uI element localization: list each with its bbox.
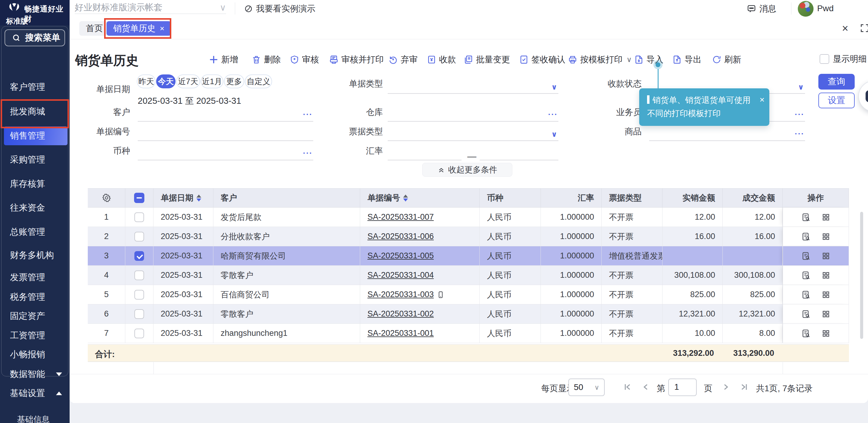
collapse-more-filters-button[interactable]: 收起更多条件 (422, 163, 513, 177)
sidebar-item-6[interactable]: 往来资金 (4, 198, 67, 217)
doc-search-icon[interactable] (801, 329, 811, 338)
filter-field-doc-no[interactable] (138, 127, 313, 141)
order-number-link[interactable]: SA-20250331-007 (367, 213, 434, 222)
toolbar-button-9[interactable]: 按模板打印∨ (568, 54, 632, 65)
doc-search-icon[interactable] (801, 213, 811, 222)
row-checkbox[interactable] (134, 329, 144, 338)
order-number-link[interactable]: SA-20250331-003 (367, 290, 434, 299)
sidebar-item-2[interactable]: 批发商城 (4, 102, 67, 121)
order-number-link[interactable]: SA-20250331-005 (367, 251, 434, 261)
tab-close-icon[interactable]: × (160, 24, 164, 33)
sidebar-item-7[interactable]: 总账管理 (4, 223, 67, 241)
grid-icon[interactable] (821, 251, 831, 261)
sidebar-item-9[interactable]: 发票管理 (4, 268, 67, 287)
chevron-down-icon[interactable]: ∨ (551, 130, 558, 138)
date-pill-2[interactable]: 今天 (156, 74, 176, 88)
show-detail-checkbox[interactable] (819, 54, 829, 64)
row-checkbox[interactable] (134, 232, 144, 241)
filter-field-doc-type[interactable]: ∨ (388, 80, 558, 94)
table-row[interactable]: 22025-03-31分批收款客户SA-20250331-006人民币1.000… (88, 227, 849, 246)
next-page-icon[interactable] (721, 382, 732, 393)
toolbar-button-5[interactable]: 弃审 (388, 54, 417, 65)
date-pill-1[interactable]: 昨天 (137, 74, 156, 88)
row-checkbox[interactable] (134, 290, 144, 299)
prev-page-icon[interactable] (641, 382, 652, 393)
table-row[interactable]: 62025-03-31零散客户SA-20250331-002人民币1.00000… (88, 304, 849, 324)
grid-icon[interactable] (821, 309, 831, 319)
filter-field-goods[interactable]: ··· (649, 127, 805, 141)
ellipsis-icon[interactable]: ··· (548, 110, 558, 119)
ellipsis-icon[interactable]: ··· (795, 110, 804, 119)
table-vertical-scrollbar[interactable] (860, 212, 863, 339)
table-row[interactable]: 12025-03-31发货后尾款SA-20250331-007人民币1.0000… (88, 207, 849, 227)
doc-search-icon[interactable] (801, 232, 811, 241)
filter-field-currency[interactable]: ··· (138, 147, 313, 160)
date-pill-3[interactable]: 近7天 (176, 74, 200, 88)
grid-icon[interactable] (821, 213, 831, 222)
fullscreen-icon[interactable] (860, 23, 868, 33)
ellipsis-icon[interactable]: ··· (303, 110, 313, 119)
filter-field-rate-to[interactable] (480, 147, 558, 160)
toolbar-button-3[interactable]: 审核 (290, 54, 319, 65)
sidebar-item-8[interactable]: 财务多机构 (4, 246, 67, 265)
grid-icon[interactable] (821, 329, 831, 338)
date-pill-6[interactable]: 自定义 (245, 74, 272, 88)
date-pill-4[interactable]: 近1月 (200, 74, 223, 88)
table-row[interactable]: 72025-03-31zhangshuncheng1SA-20250331-00… (88, 324, 849, 343)
row-checkbox[interactable] (134, 270, 144, 280)
doc-search-icon[interactable] (801, 251, 811, 261)
sort-icons[interactable] (196, 195, 201, 201)
sidebar-item-12[interactable]: 工资管理 (4, 326, 67, 345)
sidebar-item-3[interactable]: 销售管理 (4, 127, 67, 145)
select-all-checkbox[interactable] (134, 193, 144, 203)
menu-search-input[interactable]: 搜索菜单 (4, 29, 65, 46)
doc-search-icon[interactable] (801, 290, 811, 299)
order-number-link[interactable]: SA-20250331-004 (367, 270, 434, 280)
sidebar-item-1[interactable]: 客户管理 (4, 78, 67, 97)
row-checkbox[interactable] (134, 251, 144, 261)
filter-field-invoice-type[interactable]: ∨ (388, 127, 558, 141)
sidebar-subitem-basic-info[interactable]: 基础信息 (17, 414, 65, 423)
query-button[interactable]: 查询 (818, 74, 855, 90)
table-row[interactable]: 32025-03-31哈斯商贸有限公司SA-20250331-005人民币1.0… (88, 246, 849, 266)
account-selector[interactable]: 好业财标准版演示帐套 ∨ (75, 1, 226, 14)
tab-sales-history[interactable]: 销货单历史 × (106, 21, 171, 36)
page-number-input[interactable]: 1 (668, 379, 697, 396)
sidebar-item-4[interactable]: 采购管理 (4, 151, 67, 169)
table-row[interactable]: 52025-03-31百信商贸公司SA-20250331-003人民币1.000… (88, 285, 849, 304)
sidebar-item-10[interactable]: 税务管理 (4, 288, 67, 306)
demo-link[interactable]: 我要看实例演示 (244, 3, 315, 14)
sidebar-item-13[interactable]: 小畅报销 (4, 345, 67, 364)
toolbar-button-12[interactable]: 刷新 (712, 54, 741, 65)
settings-button[interactable]: 设置 (818, 93, 855, 108)
toolbar-button-11[interactable]: 导出 (672, 54, 702, 65)
tooltip-close-icon[interactable]: × (760, 93, 765, 106)
row-checkbox[interactable] (134, 213, 144, 222)
sidebar-item-14[interactable]: 数据智能 (4, 365, 67, 384)
last-page-icon[interactable] (739, 382, 750, 393)
table-row[interactable]: 42025-03-31零散客户SA-20250331-004人民币1.00000… (88, 266, 849, 285)
chevron-down-icon[interactable]: ∨ (551, 83, 558, 91)
sidebar-item-15[interactable]: 基础设置 (4, 384, 67, 403)
show-detail-toggle[interactable]: 显示明细 (819, 53, 867, 65)
row-checkbox[interactable] (134, 309, 144, 319)
filter-field-customer[interactable]: ··· (138, 108, 313, 122)
per-page-select[interactable]: 50 ∨ (568, 379, 605, 396)
filter-date-range-value[interactable]: 2025-03-31 至 2025-03-31 (138, 95, 241, 107)
grid-icon[interactable] (821, 270, 831, 280)
date-pill-5[interactable]: 更多 (224, 74, 244, 88)
column-header-orderNo[interactable]: 单据编号 (360, 189, 480, 207)
filter-field-warehouse[interactable]: ··· (388, 108, 558, 122)
user-avatar[interactable] (798, 1, 813, 17)
toolbar-button-2[interactable]: 删除 (251, 54, 281, 65)
toolbar-button-7[interactable]: 批量变更 (464, 54, 510, 65)
doc-search-icon[interactable] (801, 270, 811, 280)
toolbar-button-6[interactable]: 收款 (427, 54, 456, 65)
toolbar-button-8[interactable]: 签收确认 (519, 54, 565, 65)
messages-button[interactable]: 消息 (747, 3, 776, 14)
order-number-link[interactable]: SA-20250331-001 (367, 329, 434, 338)
grid-icon[interactable] (821, 290, 831, 299)
sort-icons[interactable] (403, 195, 408, 201)
close-all-tabs-icon[interactable]: × (842, 23, 848, 34)
toolbar-button-1[interactable]: 新增 (209, 54, 238, 65)
